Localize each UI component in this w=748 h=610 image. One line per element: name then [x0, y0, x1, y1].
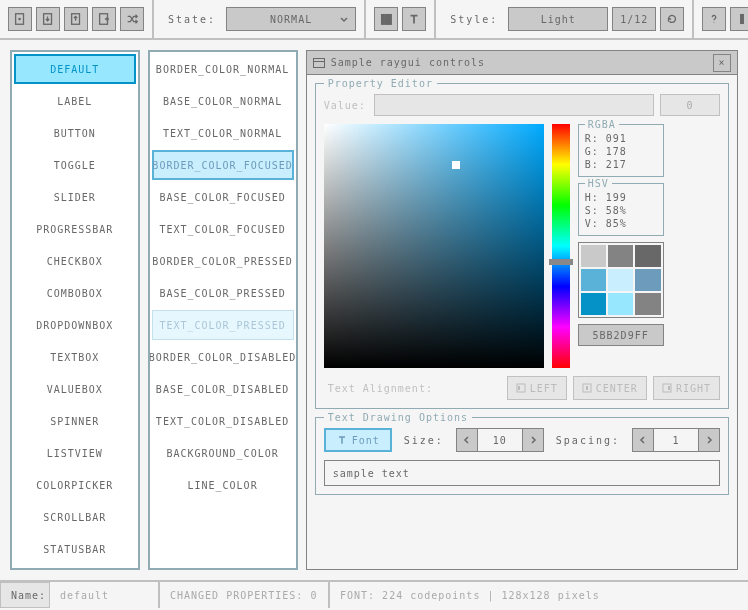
svg-rect-4	[382, 15, 385, 18]
hsv-h: H: 199	[585, 192, 657, 203]
size-value: 10	[478, 428, 522, 452]
control-item-listview[interactable]: LISTVIEW	[14, 438, 136, 468]
property-item-border_color_focused[interactable]: BORDER_COLOR_FOCUSED	[152, 150, 294, 180]
control-item-checkbox[interactable]: CHECKBOX	[14, 246, 136, 276]
control-item-colorpicker[interactable]: COLORPICKER	[14, 470, 136, 500]
spacing-spinner[interactable]: 1	[632, 428, 720, 452]
control-item-label[interactable]: LABEL	[14, 86, 136, 116]
help-icon[interactable]	[702, 7, 726, 31]
property-item-text_color_normal[interactable]: TEXT_COLOR_NORMAL	[152, 118, 294, 148]
info-icon[interactable]	[730, 7, 748, 31]
control-item-toggle[interactable]: TOGGLE	[14, 150, 136, 180]
shuffle-icon[interactable]	[120, 7, 144, 31]
control-item-statusbar[interactable]: STATUSBAR	[14, 534, 136, 564]
property-item-border_color_pressed[interactable]: BORDER_COLOR_PRESSED	[152, 246, 294, 276]
reload-icon[interactable]	[660, 7, 684, 31]
property-item-base_color_disabled[interactable]: BASE_COLOR_DISABLED	[152, 374, 294, 404]
control-item-combobox[interactable]: COMBOBOX	[14, 278, 136, 308]
spacing-decrease[interactable]	[632, 428, 654, 452]
value-input[interactable]	[374, 94, 654, 116]
value-number[interactable]: 0	[660, 94, 720, 116]
font-button[interactable]: Font	[324, 428, 392, 452]
swatch-1[interactable]	[608, 245, 633, 267]
swatch-2[interactable]	[635, 245, 660, 267]
text-drawing-title: Text Drawing Options	[324, 412, 472, 423]
text-icon[interactable]	[402, 7, 426, 31]
swatch-4[interactable]	[608, 269, 633, 291]
size-spinner[interactable]: 10	[456, 428, 544, 452]
property-item-line_color[interactable]: LINE_COLOR	[152, 470, 294, 500]
style-dropdown[interactable]: Light	[508, 7, 608, 31]
swatch-3[interactable]	[581, 269, 606, 291]
sample-text-input[interactable]: sample text	[324, 460, 720, 486]
window-icon	[313, 58, 325, 68]
property-item-base_color_pressed[interactable]: BASE_COLOR_PRESSED	[152, 278, 294, 308]
control-item-progressbar[interactable]: PROGRESSBAR	[14, 214, 136, 244]
align-right-button[interactable]: RIGHT	[653, 376, 720, 400]
statusbar-font: FONT: 224 codepoints | 128x128 pixels	[330, 582, 748, 608]
svg-rect-11	[385, 22, 388, 25]
property-item-text_color_disabled[interactable]: TEXT_COLOR_DISABLED	[152, 406, 294, 436]
svg-rect-10	[382, 22, 385, 25]
property-item-text_color_pressed[interactable]: TEXT_COLOR_PRESSED	[152, 310, 294, 340]
control-item-dropdownbox[interactable]: DROPDOWNBOX	[14, 310, 136, 340]
spacing-increase[interactable]	[698, 428, 720, 452]
svg-rect-13	[741, 15, 744, 18]
align-left-button[interactable]: LEFT	[507, 376, 567, 400]
swatch-7[interactable]	[608, 293, 633, 315]
control-item-scrollbar[interactable]: SCROLLBAR	[14, 502, 136, 532]
align-center-button[interactable]: CENTER	[573, 376, 647, 400]
hsv-group: HSV H: 199 S: 58% V: 85%	[578, 183, 664, 236]
hsv-s: S: 58%	[585, 205, 657, 216]
control-item-textbox[interactable]: TEXTBOX	[14, 342, 136, 372]
spacing-label: Spacing:	[550, 435, 626, 446]
swatch-6[interactable]	[581, 293, 606, 315]
controls-listbox[interactable]: DEFAULTLABELBUTTONTOGGLESLIDERPROGRESSBA…	[10, 50, 140, 570]
main-area: DEFAULTLABELBUTTONTOGGLESLIDERPROGRESSBA…	[0, 40, 748, 580]
style-page[interactable]: 1/12	[612, 7, 656, 31]
statusbar-changed: CHANGED PROPERTIES: 0	[160, 582, 330, 608]
file-open-icon[interactable]	[36, 7, 60, 31]
property-item-text_color_focused[interactable]: TEXT_COLOR_FOCUSED	[152, 214, 294, 244]
swatch-grid	[578, 242, 664, 318]
property-item-border_color_disabled[interactable]: BORDER_COLOR_DISABLED	[152, 342, 294, 372]
swatch-5[interactable]	[635, 269, 660, 291]
file-export-icon[interactable]	[92, 7, 116, 31]
property-item-border_color_normal[interactable]: BORDER_COLOR_NORMAL	[152, 54, 294, 84]
hue-slider[interactable]	[552, 124, 570, 368]
properties-listbox[interactable]: BORDER_COLOR_NORMALBASE_COLOR_NORMALTEXT…	[148, 50, 298, 570]
file-new-icon[interactable]	[8, 7, 32, 31]
property-item-base_color_focused[interactable]: BASE_COLOR_FOCUSED	[152, 182, 294, 212]
property-editor-group: Property Editor Value: 0 RGBA	[315, 83, 729, 409]
property-editor-title: Property Editor	[324, 78, 437, 89]
size-increase[interactable]	[522, 428, 544, 452]
control-item-slider[interactable]: SLIDER	[14, 182, 136, 212]
rgba-group: RGBA R: 091 G: 178 B: 217	[578, 124, 664, 177]
size-decrease[interactable]	[456, 428, 478, 452]
chevron-down-icon	[339, 15, 349, 25]
grid-icon[interactable]	[374, 7, 398, 31]
swatch-0[interactable]	[581, 245, 606, 267]
close-button[interactable]: ×	[713, 54, 731, 72]
statusbar: Name: default CHANGED PROPERTIES: 0 FONT…	[0, 580, 748, 608]
file-save-icon[interactable]	[64, 7, 88, 31]
panel-header: Sample raygui controls ×	[307, 51, 737, 75]
state-label: State:	[162, 14, 222, 25]
svg-rect-14	[741, 18, 744, 23]
hsv-title: HSV	[585, 178, 612, 189]
state-dropdown[interactable]: NORMAL	[226, 7, 356, 31]
text-drawing-options-group: Text Drawing Options Font Size: 10 Spaci…	[315, 417, 729, 495]
sv-cursor	[452, 161, 460, 169]
control-item-spinner[interactable]: SPINNER	[14, 406, 136, 436]
control-item-valuebox[interactable]: VALUEBOX	[14, 374, 136, 404]
rgba-g: G: 178	[585, 146, 657, 157]
property-item-base_color_normal[interactable]: BASE_COLOR_NORMAL	[152, 86, 294, 116]
hex-value[interactable]: 5BB2D9FF	[578, 324, 664, 346]
hue-cursor	[549, 259, 573, 265]
color-sv-picker[interactable]	[324, 124, 544, 368]
control-item-button[interactable]: BUTTON	[14, 118, 136, 148]
control-item-default[interactable]: DEFAULT	[14, 54, 136, 84]
swatch-8[interactable]	[635, 293, 660, 315]
style-label: Style:	[444, 14, 504, 25]
property-item-background_color[interactable]: BACKGROUND_COLOR	[152, 438, 294, 468]
